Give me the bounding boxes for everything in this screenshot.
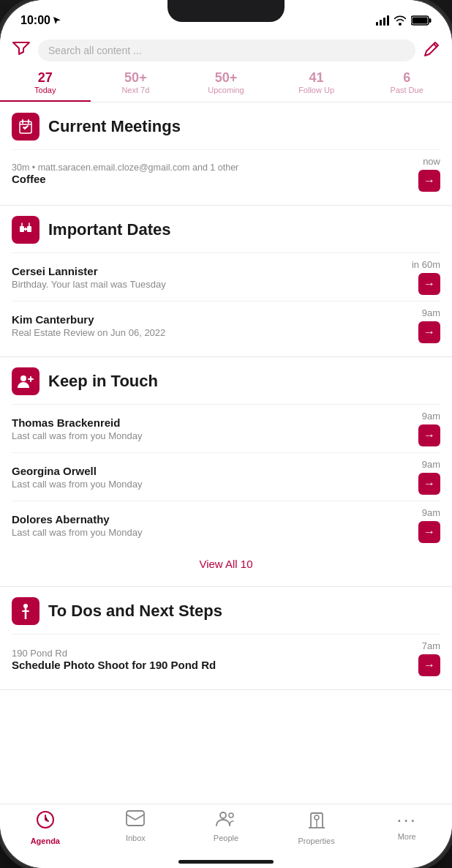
- agenda-label: Agenda: [31, 837, 60, 845]
- time-display: 10:00: [20, 14, 50, 27]
- date-item-kim[interactable]: Kim Canterbury Real Estate Review on Jun…: [12, 301, 440, 349]
- date-kim-content: Kim Canterbury Real Estate Review on Jun…: [12, 313, 418, 338]
- wifi-icon: [393, 15, 407, 26]
- meetings-icon: [12, 113, 39, 141]
- nav-item-properties[interactable]: Properties: [271, 810, 362, 845]
- home-indicator: [178, 860, 274, 864]
- tab-upcoming-label: Upcoming: [184, 86, 268, 94]
- tab-next7d[interactable]: 50+ Next 7d: [91, 66, 181, 102]
- agenda-icon: [36, 810, 55, 834]
- date-kim-right: 9am →: [418, 307, 440, 343]
- top-bar: Search all content ...: [0, 35, 452, 66]
- touch-georgina-arrow[interactable]: →: [418, 473, 440, 495]
- touch-dolores-sub: Last call was from you Monday: [12, 527, 418, 538]
- touch-georgina-content: Georgina Orwell Last call was from you M…: [12, 465, 418, 490]
- inbox-label: Inbox: [126, 834, 146, 842]
- nav-item-agenda[interactable]: Agenda: [0, 810, 91, 845]
- meeting-item-content: 30m • matt.saracen.email.cloze@gmail.com…: [12, 162, 418, 185]
- status-icons: [376, 15, 432, 26]
- touch-georgina-right: 9am →: [418, 459, 440, 495]
- meeting-arrow-button[interactable]: →: [418, 170, 440, 192]
- nav-item-people[interactable]: People: [181, 810, 271, 842]
- properties-label: Properties: [298, 837, 335, 845]
- svg-point-12: [314, 815, 319, 820]
- svg-point-10: [220, 812, 226, 818]
- touch-thomas-arrow[interactable]: →: [418, 424, 440, 446]
- todo-item-photo-shoot[interactable]: 190 Pond Rd Schedule Photo Shoot for 190…: [12, 634, 440, 682]
- nav-item-more[interactable]: ··· More: [361, 810, 452, 841]
- date-cersei-sub: Birthday. Your last mail was Tuesday: [12, 279, 412, 290]
- date-kim-arrow[interactable]: →: [418, 321, 440, 343]
- tab-today[interactable]: 27 Today: [0, 66, 91, 102]
- phone-frame: 10:00: [0, 0, 452, 868]
- touch-georgina-name: Georgina Orwell: [12, 465, 418, 477]
- touch-thomas-sub: Last call was from you Monday: [12, 430, 418, 441]
- more-label: More: [398, 832, 416, 841]
- date-cersei-right: in 60m →: [412, 259, 440, 295]
- inbox-icon: [126, 810, 145, 831]
- touch-thomas-time: 9am: [422, 411, 440, 422]
- meeting-sub: 30m • matt.saracen.email.cloze@gmail.com…: [12, 162, 418, 173]
- date-cersei-content: Cersei Lannister Birthday. Your last mai…: [12, 265, 412, 290]
- date-cersei-arrow[interactable]: →: [418, 273, 440, 295]
- tab-upcoming-count: 50+: [184, 70, 268, 86]
- todo-photoshoot-right: 7am →: [418, 640, 440, 676]
- todos-icon: [12, 597, 39, 625]
- todos-header: To Dos and Next Steps: [12, 597, 440, 625]
- current-meetings-section: Current Meetings 30m • matt.saracen.emai…: [0, 102, 452, 206]
- todo-photoshoot-arrow[interactable]: →: [418, 654, 440, 676]
- keep-in-touch-title: Keep in Touch: [48, 372, 158, 391]
- todos-title: To Dos and Next Steps: [48, 602, 222, 621]
- tab-pastdue-label: Past Due: [364, 86, 449, 94]
- tab-today-count: 27: [3, 70, 88, 86]
- nav-item-inbox[interactable]: Inbox: [91, 810, 181, 842]
- search-placeholder: Search all content ...: [48, 45, 142, 56]
- tab-pastdue-count: 6: [364, 70, 449, 86]
- location-arrow-icon: [53, 16, 61, 25]
- signal-icon: [376, 15, 389, 26]
- keep-in-touch-icon: [12, 367, 39, 395]
- important-dates-header: Important Dates: [12, 216, 440, 244]
- dates-icon: [12, 216, 39, 244]
- touch-item-thomas[interactable]: Thomas Brackenreid Last call was from yo…: [12, 404, 440, 452]
- notch: [167, 0, 285, 22]
- meeting-item-coffee[interactable]: 30m • matt.saracen.email.cloze@gmail.com…: [12, 149, 440, 198]
- compose-button[interactable]: [423, 40, 440, 61]
- tab-upcoming[interactable]: 50+ Upcoming: [181, 66, 271, 102]
- tab-followup-label: Follow Up: [274, 86, 359, 94]
- svg-rect-1: [429, 18, 432, 23]
- svg-rect-5: [27, 226, 31, 232]
- tabs-bar: 27 Today 50+ Next 7d 50+ Upcoming 41 Fol…: [0, 66, 452, 102]
- touch-dolores-arrow[interactable]: →: [418, 521, 440, 543]
- important-dates-section: Important Dates Cersei Lannister Birthda…: [0, 206, 452, 357]
- tab-next7d-label: Next 7d: [94, 86, 178, 94]
- svg-rect-4: [20, 226, 24, 232]
- svg-point-6: [20, 375, 26, 381]
- svg-point-11: [229, 813, 233, 818]
- date-kim-sub: Real Estate Review on Jun 06, 2022: [12, 327, 418, 338]
- todo-photoshoot-address: 190 Pond Rd: [12, 648, 418, 659]
- touch-thomas-right: 9am →: [418, 411, 440, 446]
- touch-item-dolores[interactable]: Dolores Abernathy Last call was from you…: [12, 501, 440, 549]
- meeting-item-right: now →: [418, 156, 440, 192]
- keep-in-touch-header: Keep in Touch: [12, 367, 440, 395]
- touch-dolores-name: Dolores Abernathy: [12, 513, 418, 525]
- date-cersei-time: in 60m: [412, 259, 440, 270]
- tab-today-label: Today: [3, 86, 88, 94]
- current-meetings-title: Current Meetings: [48, 117, 181, 136]
- meeting-time: now: [423, 156, 440, 167]
- touch-dolores-time: 9am: [422, 507, 440, 518]
- todo-photoshoot-name: Schedule Photo Shoot for 190 Pond Rd: [12, 659, 418, 671]
- view-all-button[interactable]: View All 10: [12, 549, 440, 579]
- todo-photoshoot-time: 7am: [422, 640, 440, 651]
- battery-icon: [411, 15, 432, 26]
- touch-item-georgina[interactable]: Georgina Orwell Last call was from you M…: [12, 452, 440, 501]
- date-kim-name: Kim Canterbury: [12, 313, 418, 326]
- tab-followup[interactable]: 41 Follow Up: [271, 66, 362, 102]
- tab-pastdue[interactable]: 6 Past Due: [361, 66, 452, 102]
- filter-button[interactable]: [12, 40, 31, 61]
- date-item-cersei[interactable]: Cersei Lannister Birthday. Your last mai…: [12, 252, 440, 301]
- touch-georgina-sub: Last call was from you Monday: [12, 479, 418, 490]
- search-bar[interactable]: Search all content ...: [38, 40, 415, 61]
- touch-georgina-time: 9am: [422, 459, 440, 470]
